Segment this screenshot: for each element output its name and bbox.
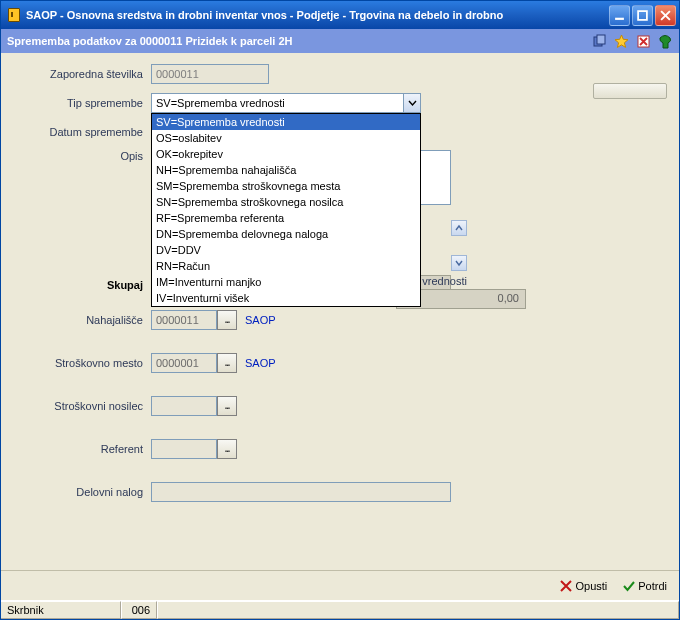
type-option[interactable]: DV=DDV: [152, 242, 420, 258]
minimize-button[interactable]: [609, 5, 630, 26]
close-button[interactable]: [655, 5, 676, 26]
type-option[interactable]: IM=Inventurni manjko: [152, 274, 420, 290]
svg-marker-4: [615, 35, 628, 47]
type-option[interactable]: OK=okrepitev: [152, 146, 420, 162]
confirm-button[interactable]: Potrdi: [623, 580, 667, 592]
label-location: Nahajališče: [13, 314, 151, 326]
status-code: 006: [121, 601, 157, 619]
type-option[interactable]: SV=Sprememba vrednosti: [152, 114, 420, 130]
svg-rect-0: [615, 17, 624, 19]
referent-lookup-button[interactable]: ...: [217, 439, 237, 459]
footer-bar: Opusti Potrdi: [1, 570, 679, 600]
svg-rect-3: [597, 35, 605, 44]
work-order-input[interactable]: [151, 482, 451, 502]
type-option[interactable]: RF=Sprememba referenta: [152, 210, 420, 226]
cost-carrier-code[interactable]: [151, 396, 217, 416]
type-select[interactable]: SV=Sprememba vrednosti: [151, 93, 421, 113]
label-total: Skupaj: [13, 279, 151, 291]
type-option[interactable]: OS=oslabitev: [152, 130, 420, 146]
label-cost-center: Stroškovno mesto: [13, 357, 151, 369]
location-code[interactable]: [151, 310, 217, 330]
toolbar: Sprememba podatkov za 0000011 Prizidek k…: [1, 29, 679, 53]
location-lookup-button[interactable]: ...: [217, 310, 237, 330]
discard-button[interactable]: Opusti: [560, 580, 607, 592]
chevron-down-icon: [403, 94, 420, 112]
label-desc: Opis: [13, 150, 151, 162]
toolbar-copy-icon[interactable]: [591, 33, 607, 49]
x-icon: [560, 580, 572, 592]
label-seq: Zaporedna številka: [13, 68, 151, 80]
label-date: Datum spremembe: [13, 126, 151, 138]
cost-carrier-lookup-button[interactable]: ...: [217, 396, 237, 416]
label-type: Tip spremembe: [13, 97, 151, 109]
page-title: Sprememba podatkov za 0000011 Prizidek k…: [7, 35, 591, 47]
confirm-label: Potrdi: [638, 580, 667, 592]
window-buttons: [609, 5, 676, 26]
type-select-value: SV=Sprememba vrednosti: [156, 97, 285, 109]
cost-center-name: SAOP: [245, 357, 276, 369]
toolbar-delete-icon[interactable]: [635, 33, 651, 49]
app-icon: [6, 7, 22, 23]
status-user: Skrbnik: [1, 601, 121, 619]
type-option[interactable]: SM=Sprememba stroškovnega mesta: [152, 178, 420, 194]
main-window: SAOP - Osnovna sredstva in drobni invent…: [0, 0, 680, 620]
type-option[interactable]: RN=Račun: [152, 258, 420, 274]
maximize-button[interactable]: [632, 5, 653, 26]
svg-rect-1: [638, 11, 647, 20]
status-blank: [157, 601, 679, 619]
discard-label: Opusti: [575, 580, 607, 592]
content: Zaporedna številka Tip spremembe SV=Spre…: [1, 53, 679, 570]
statusbar: Skrbnik 006: [1, 600, 679, 619]
desc-scroll-down[interactable]: [451, 255, 467, 271]
side-panel-button[interactable]: [593, 83, 667, 99]
location-name: SAOP: [245, 314, 276, 326]
label-cost-carrier: Stroškovni nosilec: [13, 400, 151, 412]
type-option[interactable]: SN=Sprememba stroškovnega nosilca: [152, 194, 420, 210]
cost-center-lookup-button[interactable]: ...: [217, 353, 237, 373]
label-work-order: Delovni nalog: [13, 486, 151, 498]
titlebar: SAOP - Osnovna sredstva in drobni invent…: [1, 1, 679, 29]
type-option[interactable]: NH=Sprememba nahajališča: [152, 162, 420, 178]
seq-input[interactable]: [151, 64, 269, 84]
check-icon: [623, 580, 635, 592]
type-option[interactable]: DN=Sprememba delovnega naloga: [152, 226, 420, 242]
window-title: SAOP - Osnovna sredstva in drobni invent…: [26, 9, 609, 21]
label-referent: Referent: [13, 443, 151, 455]
toolbar-help-icon[interactable]: [657, 33, 673, 49]
type-dropdown[interactable]: SV=Sprememba vrednostiOS=oslabitevOK=okr…: [151, 113, 421, 307]
desc-scroll-up[interactable]: [451, 220, 467, 236]
referent-code[interactable]: [151, 439, 217, 459]
type-option[interactable]: IV=Inventurni višek: [152, 290, 420, 306]
toolbar-star-icon[interactable]: [613, 33, 629, 49]
cost-center-code[interactable]: [151, 353, 217, 373]
